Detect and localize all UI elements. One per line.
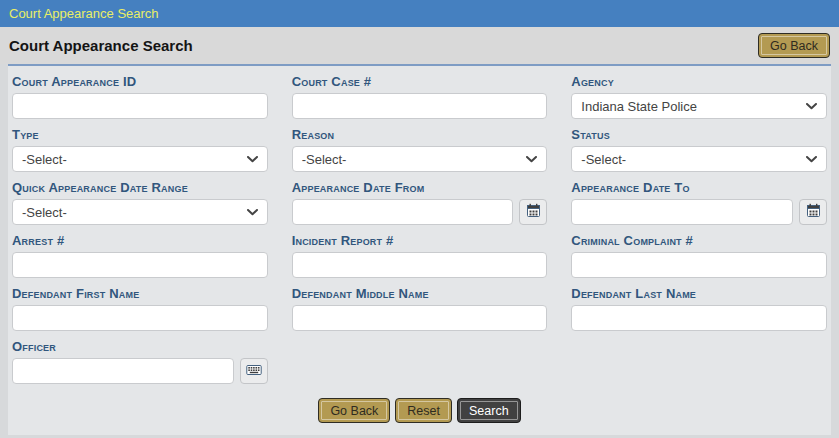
field-defendant-first-name: Defendant First Name [12,287,268,331]
field-agency: Agency Indiana State Police [571,75,827,119]
agency-select-value: Indiana State Police [581,99,697,114]
go-back-button-top[interactable]: Go Back [758,33,830,58]
field-officer: Officer [12,340,268,384]
page-title: Court Appearance Search [9,37,193,54]
search-form-panel: Court Appearance ID Court Case # Agency … [8,64,831,435]
appearance-date-from-input[interactable] [292,199,514,225]
quick-appearance-date-range-label: Quick Appearance Date Range [12,181,268,195]
officer-label: Officer [12,340,268,354]
field-court-appearance-id: Court Appearance ID [12,75,268,119]
appearance-date-to-label: Appearance Date To [571,181,827,195]
field-status: Status -Select- [571,128,827,172]
officer-keyboard-button[interactable] [240,358,268,384]
field-appearance-date-from: Appearance Date From [292,181,548,225]
court-case-number-input[interactable] [292,93,548,119]
keyboard-icon [246,364,262,379]
quick-appearance-date-range-select-value: -Select- [22,205,67,220]
field-court-case-number: Court Case # [292,75,548,119]
field-criminal-complaint-number: Criminal Complaint # [571,234,827,278]
officer-input[interactable] [12,358,234,384]
appearance-date-to-calendar-button[interactable] [799,199,827,225]
arrest-number-label: Arrest # [12,234,268,248]
court-appearance-id-label: Court Appearance ID [12,75,268,89]
appearance-date-to-group [571,199,827,225]
defendant-last-name-label: Defendant Last Name [571,287,827,301]
agency-label: Agency [571,75,827,89]
chevron-down-icon [526,156,537,163]
agency-select[interactable]: Indiana State Police [571,93,827,119]
field-type: Type -Select- [12,128,268,172]
form-grid: Court Appearance ID Court Case # Agency … [12,75,827,384]
field-incident-report-number: Incident Report # [292,234,548,278]
defendant-middle-name-input[interactable] [292,305,548,331]
page-header: Court Appearance Search Go Back [0,27,839,64]
defendant-middle-name-label: Defendant Middle Name [292,287,548,301]
incident-report-number-label: Incident Report # [292,234,548,248]
reason-select[interactable]: -Select- [292,146,548,172]
page: Court Appearance Search Court Appearance… [0,0,839,438]
status-select[interactable]: -Select- [571,146,827,172]
form-actions: Go Back Reset Search [12,398,827,423]
type-select-value: -Select- [22,152,67,167]
calendar-icon [526,203,541,221]
reset-button[interactable]: Reset [395,398,452,423]
type-label: Type [12,128,268,142]
defendant-first-name-label: Defendant First Name [12,287,268,301]
field-reason: Reason -Select- [292,128,548,172]
officer-group [12,358,268,384]
court-appearance-id-input[interactable] [12,93,268,119]
field-quick-appearance-date-range: Quick Appearance Date Range -Select- [12,181,268,225]
type-select[interactable]: -Select- [12,146,268,172]
defendant-last-name-input[interactable] [571,305,827,331]
quick-appearance-date-range-select[interactable]: -Select- [12,199,268,225]
criminal-complaint-number-input[interactable] [571,252,827,278]
criminal-complaint-number-label: Criminal Complaint # [571,234,827,248]
arrest-number-input[interactable] [12,252,268,278]
court-case-number-label: Court Case # [292,75,548,89]
chevron-down-icon [247,209,258,216]
search-button[interactable]: Search [457,398,521,423]
chevron-down-icon [806,103,817,110]
field-defendant-middle-name: Defendant Middle Name [292,287,548,331]
field-arrest-number: Arrest # [12,234,268,278]
appearance-date-to-input[interactable] [571,199,793,225]
go-back-button[interactable]: Go Back [318,398,390,423]
field-appearance-date-to: Appearance Date To [571,181,827,225]
calendar-icon [806,203,821,221]
breadcrumb-title: Court Appearance Search [9,6,159,21]
top-nav-bar: Court Appearance Search [0,0,839,27]
defendant-first-name-input[interactable] [12,305,268,331]
appearance-date-from-calendar-button[interactable] [519,199,547,225]
reason-label: Reason [292,128,548,142]
appearance-date-from-group [292,199,548,225]
reason-select-value: -Select- [302,152,347,167]
field-defendant-last-name: Defendant Last Name [571,287,827,331]
incident-report-number-input[interactable] [292,252,548,278]
status-label: Status [571,128,827,142]
appearance-date-from-label: Appearance Date From [292,181,548,195]
status-select-value: -Select- [581,152,626,167]
chevron-down-icon [806,156,817,163]
chevron-down-icon [247,156,258,163]
